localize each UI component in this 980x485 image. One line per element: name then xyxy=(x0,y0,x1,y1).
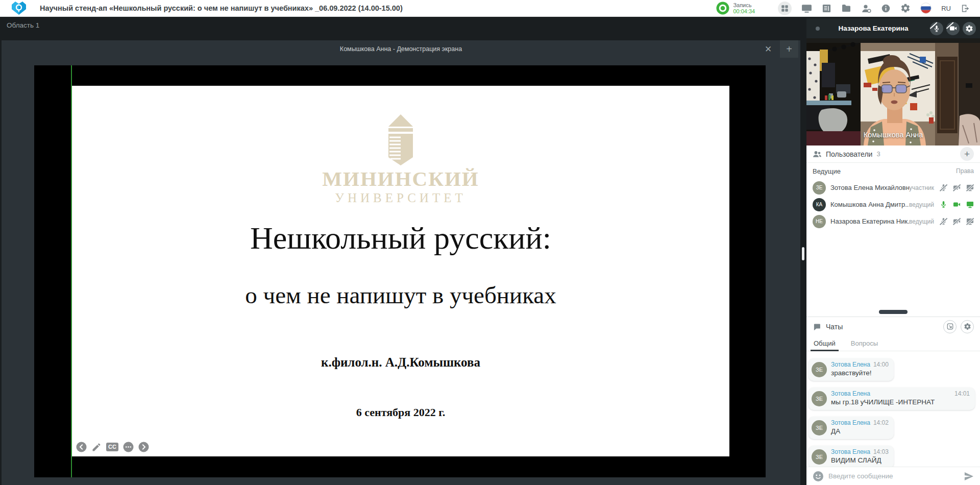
user-row[interactable]: НЕ Назарова Екатерина Ник... ведущий xyxy=(806,213,980,230)
status-dot-icon xyxy=(816,27,820,31)
avatar: ЗЕ xyxy=(812,362,827,377)
users-rights-label: Права xyxy=(956,167,974,175)
screen-share-title: Комышкова Анна - Демонстрация экрана xyxy=(2,40,800,58)
message-author: Зотова Елена xyxy=(831,419,870,426)
app-logo-icon xyxy=(11,1,27,15)
screen-off-icon[interactable] xyxy=(966,217,974,225)
close-icon[interactable]: ✕ xyxy=(760,40,777,58)
more-icon[interactable] xyxy=(123,442,134,452)
previous-slide-icon[interactable] xyxy=(76,442,87,452)
users-count: 3 xyxy=(876,150,880,158)
mic-on-icon[interactable] xyxy=(940,201,947,208)
emoji-icon[interactable] xyxy=(813,471,824,482)
avatar: ЗЕ xyxy=(812,449,827,465)
apps-grid-icon[interactable] xyxy=(778,2,792,15)
info-icon[interactable] xyxy=(881,4,891,13)
video-header-name: Назарова Екатерина xyxy=(820,25,927,32)
users-title: Пользователи xyxy=(826,150,872,158)
area-label: Область 1 xyxy=(7,21,39,29)
university-subtitle: УНИВЕРСИТЕТ xyxy=(72,191,729,205)
message-text: мы гр.18 уЧИЛИЩЕ -ИНТЕРНАТ xyxy=(831,398,970,406)
chat-header: Чаты xyxy=(806,317,980,336)
message-input[interactable] xyxy=(828,472,964,480)
camera-on-icon[interactable] xyxy=(953,201,961,208)
chat-message: ЗЕ Зотова Елена 14:03 ВИДИМ СЛАЙД xyxy=(808,446,894,467)
popout-chat-icon[interactable] xyxy=(943,320,957,333)
camera-off-icon[interactable] xyxy=(953,184,961,191)
flag-ru-icon[interactable] xyxy=(920,3,932,14)
screen-share-panel: Комышкова Анна - Демонстрация экрана ✕ + xyxy=(2,40,800,485)
notes-icon[interactable] xyxy=(822,4,831,13)
video-settings-icon[interactable] xyxy=(963,22,976,35)
users-header: Пользователи 3 + xyxy=(806,146,980,163)
add-user-button[interactable]: + xyxy=(960,147,974,161)
sidebar: Назарова Екатерина xyxy=(806,18,980,485)
video-header: Назарова Екатерина xyxy=(806,18,980,38)
record-indicator[interactable]: Запись 00:04:34 xyxy=(716,2,755,15)
user-row[interactable]: ЗЕ Зотова Елена Михайловна участник xyxy=(806,179,980,196)
user-row[interactable]: КА Комышкова Анна Дмитр... ведущий xyxy=(806,196,980,213)
user-name: Зотова Елена Михайловна xyxy=(830,184,909,191)
user-role: ведущий xyxy=(909,218,934,225)
add-area-icon[interactable]: + xyxy=(780,40,798,58)
topbar-actions: Запись 00:04:34 xyxy=(716,2,980,15)
mic-off-icon[interactable] xyxy=(940,217,947,225)
message-author: Зотова Елена xyxy=(831,448,870,455)
webcam-video: Комышкова Анна xyxy=(806,38,980,146)
user-name: Назарова Екатерина Ник... xyxy=(830,217,909,225)
chat-settings-icon[interactable] xyxy=(961,320,974,333)
chat-tabs: Общий Вопросы xyxy=(806,336,980,351)
camera-off-icon[interactable] xyxy=(953,217,961,225)
screen-share-icon[interactable] xyxy=(801,4,812,13)
sidebar-resize-handle[interactable] xyxy=(802,247,804,260)
exit-icon[interactable] xyxy=(961,4,970,13)
message-text: зравствуйте! xyxy=(831,369,889,377)
message-text: ВИДИМ СЛАЙД xyxy=(831,456,889,464)
user-role: ведущий xyxy=(909,201,934,208)
users-panel: Пользователи 3 + Ведущие Права ЗЕ Зотова… xyxy=(806,146,980,317)
chat-input-bar xyxy=(806,467,980,485)
screen-share-header: Комышкова Анна - Демонстрация экрана ✕ + xyxy=(2,40,800,58)
avatar: НЕ xyxy=(813,215,826,228)
camera-off-icon[interactable] xyxy=(946,22,960,35)
chat-panel: Чаты Общий Вопросы xyxy=(806,317,980,485)
pencil-icon[interactable] xyxy=(91,442,102,452)
tab-questions[interactable]: Вопросы xyxy=(851,336,878,351)
next-slide-icon[interactable] xyxy=(138,442,149,452)
presentation-controls: CC xyxy=(76,442,149,452)
users-group-label: Ведущие xyxy=(813,167,841,175)
send-icon[interactable] xyxy=(964,472,974,481)
slide-title-line1: Нешкольный русский: xyxy=(72,220,729,256)
section-resize-handle[interactable] xyxy=(879,310,908,314)
screen-off-icon[interactable] xyxy=(966,184,974,191)
message-time: 14:03 xyxy=(873,448,889,455)
mic-off-icon[interactable] xyxy=(940,184,947,191)
avatar: КА xyxy=(813,198,826,211)
app-window: Научный стенд-ап «Нешкольный русский: о … xyxy=(0,0,980,485)
chat-icon xyxy=(813,323,821,331)
webcam-scene xyxy=(806,38,980,146)
shared-screen: МИНИНСКИЙ УНИВЕРСИТЕТ Нешкольный русский… xyxy=(34,65,766,477)
avatar: ЗЕ xyxy=(813,181,826,195)
workspace: Область 1 Комышкова Анна - Демонстрация … xyxy=(0,17,980,485)
record-timer: 00:04:34 xyxy=(733,8,755,14)
mic-off-icon[interactable] xyxy=(930,22,943,35)
record-icon xyxy=(716,2,729,15)
files-icon[interactable] xyxy=(841,4,851,13)
chat-message: ЗЕ Зотова Елена 14:02 ДА xyxy=(808,417,894,439)
message-time: 14:00 xyxy=(873,361,889,368)
chat-message: ЗЕ Зотова Елена 14:00 зравствуйте! xyxy=(808,358,894,381)
chat-title: Чаты xyxy=(826,323,843,331)
language-label[interactable]: RU xyxy=(941,5,951,12)
chat-message: ЗЕ Зотова Елена 14:01 мы гр.18 уЧИЛИЩЕ -… xyxy=(808,387,975,410)
message-author: Зотова Елена xyxy=(831,361,870,368)
message-time: 14:02 xyxy=(873,419,889,426)
message-text: ДА xyxy=(831,427,889,435)
add-participant-icon[interactable] xyxy=(861,4,871,13)
screen-on-icon[interactable] xyxy=(966,201,974,208)
tab-general[interactable]: Общий xyxy=(814,336,836,351)
presentation-slide: МИНИНСКИЙ УНИВЕРСИТЕТ Нешкольный русский… xyxy=(72,86,729,456)
settings-icon[interactable] xyxy=(900,3,911,13)
closed-captions-icon[interactable]: CC xyxy=(106,443,118,451)
message-author: Зотова Елена xyxy=(831,390,870,397)
